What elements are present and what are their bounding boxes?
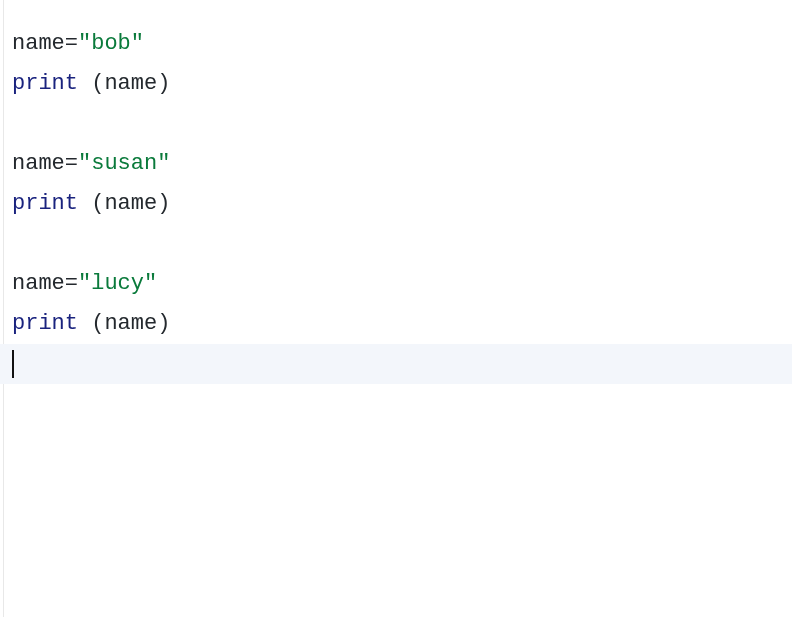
- code-line[interactable]: name="bob": [12, 24, 804, 64]
- code-line[interactable]: name="susan": [12, 144, 804, 184]
- code-line[interactable]: [12, 104, 804, 144]
- code-token: =: [65, 264, 78, 304]
- code-line[interactable]: name="lucy": [12, 264, 804, 304]
- code-line[interactable]: print (name): [12, 304, 804, 344]
- code-token: name: [104, 304, 157, 344]
- code-token: name: [12, 24, 65, 64]
- code-token: print: [12, 184, 78, 224]
- code-token: [78, 184, 91, 224]
- code-token: print: [12, 304, 78, 344]
- code-token: =: [65, 24, 78, 64]
- code-token: name: [12, 264, 65, 304]
- code-line[interactable]: [0, 344, 792, 384]
- code-token: (: [91, 304, 104, 344]
- code-token: "susan": [78, 144, 170, 184]
- code-token: (: [91, 184, 104, 224]
- code-token: name: [104, 184, 157, 224]
- code-token: ): [157, 184, 170, 224]
- code-line[interactable]: print (name): [12, 184, 804, 224]
- code-token: [78, 304, 91, 344]
- editor-gutter: [0, 0, 4, 617]
- code-line[interactable]: [12, 224, 804, 264]
- code-token: ): [157, 304, 170, 344]
- code-editor[interactable]: name="bob"print (name)name="susan"print …: [0, 0, 804, 384]
- code-token: name: [104, 64, 157, 104]
- text-cursor: [12, 350, 14, 378]
- code-token: "bob": [78, 24, 144, 64]
- code-token: name: [12, 144, 65, 184]
- code-token: ): [157, 64, 170, 104]
- code-token: =: [65, 144, 78, 184]
- code-token: (: [91, 64, 104, 104]
- code-token: "lucy": [78, 264, 157, 304]
- code-token: [78, 64, 91, 104]
- code-token: print: [12, 64, 78, 104]
- code-line[interactable]: print (name): [12, 64, 804, 104]
